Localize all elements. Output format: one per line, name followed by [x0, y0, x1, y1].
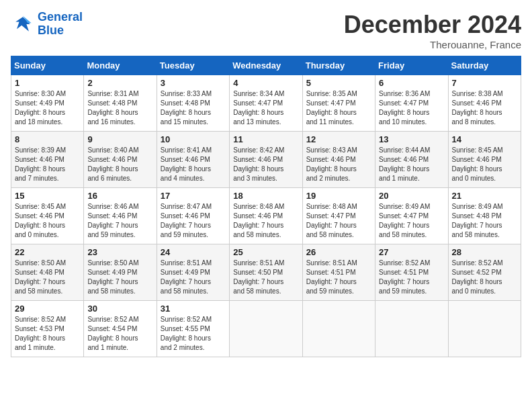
day-header-monday: Monday — [84, 56, 157, 75]
day-number: 18 — [233, 191, 298, 201]
calendar-cell: 29Sunrise: 8:52 AM Sunset: 4:53 PM Dayli… — [11, 301, 84, 357]
day-number: 26 — [306, 247, 371, 257]
day-info: Sunrise: 8:51 AM Sunset: 4:49 PM Dayligh… — [161, 259, 226, 296]
day-number: 13 — [379, 134, 444, 144]
day-number: 3 — [161, 78, 226, 88]
day-info: Sunrise: 8:50 AM Sunset: 4:48 PM Dayligh… — [15, 259, 80, 296]
day-header-thursday: Thursday — [302, 56, 375, 75]
day-info: Sunrise: 8:39 AM Sunset: 4:46 PM Dayligh… — [15, 146, 80, 183]
day-info: Sunrise: 8:31 AM Sunset: 4:48 PM Dayligh… — [87, 89, 152, 127]
location-subtitle: Therouanne, France — [344, 39, 521, 50]
day-number: 29 — [15, 304, 80, 314]
day-info: Sunrise: 8:41 AM Sunset: 4:46 PM Dayligh… — [161, 146, 226, 183]
day-header-tuesday: Tuesday — [157, 56, 229, 75]
day-info: Sunrise: 8:49 AM Sunset: 4:47 PM Dayligh… — [379, 202, 444, 240]
calendar-week-row: 8Sunrise: 8:39 AM Sunset: 4:46 PM Daylig… — [11, 132, 521, 188]
calendar-cell: 17Sunrise: 8:47 AM Sunset: 4:46 PM Dayli… — [157, 188, 229, 244]
day-info: Sunrise: 8:42 AM Sunset: 4:46 PM Dayligh… — [233, 146, 298, 183]
day-number: 31 — [161, 304, 226, 314]
day-number: 6 — [379, 78, 444, 88]
calendar-cell: 10Sunrise: 8:41 AM Sunset: 4:46 PM Dayli… — [157, 132, 229, 188]
calendar-week-row: 22Sunrise: 8:50 AM Sunset: 4:48 PM Dayli… — [11, 244, 521, 301]
day-info: Sunrise: 8:45 AM Sunset: 4:46 PM Dayligh… — [15, 202, 80, 240]
calendar-cell — [375, 301, 448, 357]
day-number: 21 — [452, 191, 517, 201]
day-number: 1 — [15, 78, 80, 88]
logo-text: General Blue — [38, 11, 83, 38]
day-number: 14 — [452, 134, 517, 144]
calendar-cell: 26Sunrise: 8:51 AM Sunset: 4:51 PM Dayli… — [302, 244, 375, 301]
day-header-wednesday: Wednesday — [230, 56, 302, 75]
day-number: 4 — [233, 78, 298, 88]
svg-marker-0 — [15, 17, 30, 32]
title-block: December 2024 Therouanne, France — [344, 11, 521, 50]
calendar-cell: 22Sunrise: 8:50 AM Sunset: 4:48 PM Dayli… — [11, 244, 84, 301]
calendar-cell: 2Sunrise: 8:31 AM Sunset: 4:48 PM Daylig… — [84, 75, 157, 132]
calendar-cell — [230, 301, 302, 357]
day-number: 5 — [306, 78, 371, 88]
calendar-week-row: 15Sunrise: 8:45 AM Sunset: 4:46 PM Dayli… — [11, 188, 521, 244]
calendar-cell: 9Sunrise: 8:40 AM Sunset: 4:46 PM Daylig… — [84, 132, 157, 188]
day-number: 15 — [15, 191, 80, 201]
day-number: 30 — [87, 304, 152, 314]
calendar-table: SundayMondayTuesdayWednesdayThursdayFrid… — [11, 56, 521, 357]
calendar-cell: 11Sunrise: 8:42 AM Sunset: 4:46 PM Dayli… — [230, 132, 302, 188]
day-info: Sunrise: 8:45 AM Sunset: 4:46 PM Dayligh… — [452, 146, 517, 183]
calendar-cell: 7Sunrise: 8:38 AM Sunset: 4:46 PM Daylig… — [448, 75, 521, 132]
day-number: 11 — [233, 134, 298, 144]
calendar-cell: 30Sunrise: 8:52 AM Sunset: 4:54 PM Dayli… — [84, 301, 157, 357]
day-info: Sunrise: 8:43 AM Sunset: 4:46 PM Dayligh… — [306, 146, 371, 183]
day-info: Sunrise: 8:52 AM Sunset: 4:52 PM Dayligh… — [452, 259, 517, 296]
day-number: 19 — [306, 191, 371, 201]
day-info: Sunrise: 8:34 AM Sunset: 4:47 PM Dayligh… — [233, 89, 298, 127]
calendar-cell: 5Sunrise: 8:35 AM Sunset: 4:47 PM Daylig… — [302, 75, 375, 132]
calendar-cell: 14Sunrise: 8:45 AM Sunset: 4:46 PM Dayli… — [448, 132, 521, 188]
logo-icon — [11, 12, 35, 36]
day-info: Sunrise: 8:40 AM Sunset: 4:46 PM Dayligh… — [87, 146, 152, 183]
calendar-header-row: SundayMondayTuesdayWednesdayThursdayFrid… — [11, 56, 521, 75]
day-info: Sunrise: 8:52 AM Sunset: 4:51 PM Dayligh… — [379, 259, 444, 296]
month-title: December 2024 — [344, 11, 521, 39]
day-info: Sunrise: 8:51 AM Sunset: 4:51 PM Dayligh… — [306, 259, 371, 296]
calendar-cell: 25Sunrise: 8:51 AM Sunset: 4:50 PM Dayli… — [230, 244, 302, 301]
day-number: 10 — [161, 134, 226, 144]
day-info: Sunrise: 8:33 AM Sunset: 4:48 PM Dayligh… — [161, 89, 226, 127]
day-header-friday: Friday — [375, 56, 448, 75]
day-header-saturday: Saturday — [448, 56, 521, 75]
calendar-cell: 19Sunrise: 8:48 AM Sunset: 4:47 PM Dayli… — [302, 188, 375, 244]
calendar-cell: 31Sunrise: 8:52 AM Sunset: 4:55 PM Dayli… — [157, 301, 229, 357]
day-number: 7 — [452, 78, 517, 88]
day-info: Sunrise: 8:52 AM Sunset: 4:53 PM Dayligh… — [15, 315, 80, 353]
day-number: 20 — [379, 191, 444, 201]
day-info: Sunrise: 8:50 AM Sunset: 4:49 PM Dayligh… — [87, 259, 152, 296]
calendar-cell: 4Sunrise: 8:34 AM Sunset: 4:47 PM Daylig… — [230, 75, 302, 132]
logo: General Blue — [11, 11, 83, 38]
day-number: 8 — [15, 134, 80, 144]
day-number: 2 — [87, 78, 152, 88]
calendar-cell: 8Sunrise: 8:39 AM Sunset: 4:46 PM Daylig… — [11, 132, 84, 188]
day-number: 27 — [379, 247, 444, 257]
day-info: Sunrise: 8:48 AM Sunset: 4:47 PM Dayligh… — [306, 202, 371, 240]
day-info: Sunrise: 8:46 AM Sunset: 4:46 PM Dayligh… — [87, 202, 152, 240]
calendar-cell: 12Sunrise: 8:43 AM Sunset: 4:46 PM Dayli… — [302, 132, 375, 188]
calendar-week-row: 29Sunrise: 8:52 AM Sunset: 4:53 PM Dayli… — [11, 301, 521, 357]
calendar-cell: 24Sunrise: 8:51 AM Sunset: 4:49 PM Dayli… — [157, 244, 229, 301]
calendar-week-row: 1Sunrise: 8:30 AM Sunset: 4:49 PM Daylig… — [11, 75, 521, 132]
day-info: Sunrise: 8:47 AM Sunset: 4:46 PM Dayligh… — [161, 202, 226, 240]
calendar-cell: 21Sunrise: 8:49 AM Sunset: 4:48 PM Dayli… — [448, 188, 521, 244]
calendar-cell: 28Sunrise: 8:52 AM Sunset: 4:52 PM Dayli… — [448, 244, 521, 301]
day-info: Sunrise: 8:44 AM Sunset: 4:46 PM Dayligh… — [379, 146, 444, 183]
day-number: 24 — [161, 247, 226, 257]
day-number: 12 — [306, 134, 371, 144]
day-number: 28 — [452, 247, 517, 257]
day-info: Sunrise: 8:38 AM Sunset: 4:46 PM Dayligh… — [452, 89, 517, 127]
day-number: 9 — [87, 134, 152, 144]
calendar-cell — [448, 301, 521, 357]
calendar-cell: 3Sunrise: 8:33 AM Sunset: 4:48 PM Daylig… — [157, 75, 229, 132]
day-number: 17 — [161, 191, 226, 201]
calendar-cell: 6Sunrise: 8:36 AM Sunset: 4:47 PM Daylig… — [375, 75, 448, 132]
calendar-cell: 13Sunrise: 8:44 AM Sunset: 4:46 PM Dayli… — [375, 132, 448, 188]
calendar-cell — [302, 301, 375, 357]
day-info: Sunrise: 8:51 AM Sunset: 4:50 PM Dayligh… — [233, 259, 298, 296]
day-info: Sunrise: 8:52 AM Sunset: 4:55 PM Dayligh… — [161, 315, 226, 353]
